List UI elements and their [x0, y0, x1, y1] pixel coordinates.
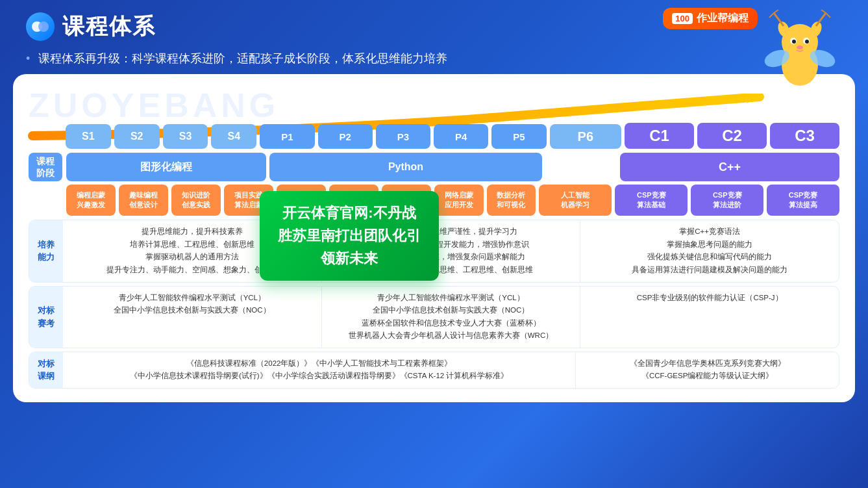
level-s4: S4 [211, 124, 256, 149]
level-c2: C2 [697, 123, 767, 149]
competitions-col-3: CSP非专业级别的软件能力认证（CSP-J） [580, 287, 839, 348]
logo-icon [26, 12, 55, 41]
level-p4: P4 [434, 124, 488, 149]
curriculum-content: 《信息科技课程标准（2022年版）》《中小学人工智能技术与工程素养框架》 《中小… [63, 352, 839, 388]
curriculum-col-2: 《全国青少年信息学奥林匹克系列竞赛大纲》 《CCF-GESP编程能力等级认证大纲… [576, 352, 839, 388]
subtitle-text: 课程体系再升级：科学课程体系进阶，适配孩子成长阶段，体系化思维能力培养 [38, 52, 447, 65]
level-p1: P1 [260, 124, 314, 149]
svg-line-15 [826, 13, 830, 18]
row-label-stage: 课程阶段 [29, 153, 62, 181]
curriculum-col-1: 《信息科技课程标准（2022年版）》《中小学人工智能技术与工程素养框架》 《中小… [63, 352, 576, 388]
svg-line-13 [774, 10, 778, 13]
level-p6: P6 [550, 124, 621, 149]
prog-cpp: C++ [620, 153, 839, 181]
abilities-label: 培养 能力 [29, 220, 63, 281]
level-s3: S3 [163, 124, 208, 149]
level-c3: C3 [770, 123, 839, 149]
main-box: ZUOYEBANG S1 S2 S3 S4 P1 P2 P3 P4 P5 [13, 74, 855, 402]
logo-area: 课程体系 [26, 12, 156, 42]
svg-marker-19 [747, 95, 760, 103]
course-c1: CSP竞赛算法基础 [615, 185, 688, 216]
svg-point-7 [805, 40, 809, 44]
course-s3: 知识进阶创意实践 [171, 185, 221, 216]
level-s1: S1 [66, 124, 111, 149]
brand-name: 作业帮编程 [697, 12, 749, 25]
level-p3: P3 [376, 124, 430, 149]
competitions-col-2: 青少年人工智能软件编程水平测试（YCL） 全国中小学信息技术创新与实践大赛（NO… [322, 287, 581, 348]
course-p4: 网络启蒙应用开发 [434, 185, 484, 216]
subtitle: 课程体系再升级：科学课程体系进阶，适配孩子成长阶段，体系化思维能力培养 [0, 48, 868, 74]
course-p6: 人工智能机器学习 [539, 185, 612, 216]
level-s2: S2 [114, 124, 160, 149]
level-c1: C1 [625, 123, 694, 149]
brand-logo: 100 作业帮编程 [663, 8, 758, 29]
popup-line1: 开云体育官网:不丹战 [278, 201, 421, 224]
course-s2: 趣味编程创意设计 [119, 185, 168, 216]
competitions-label: 对标 赛考 [29, 287, 63, 348]
prog-python: Python [269, 153, 542, 181]
course-c2: CSP竞赛算法进阶 [691, 185, 763, 216]
svg-point-6 [792, 40, 796, 44]
curriculum-label: 对标 课纲 [29, 352, 63, 388]
course-stage-row: 课程阶段 图形化编程 Python C++ [29, 153, 839, 181]
curriculum-section: 对标 课纲 《信息科技课程标准（2022年版）》《中小学人工智能技术与工程素养框… [29, 352, 839, 389]
svg-line-12 [769, 13, 774, 18]
brand-number: 100 [672, 13, 693, 24]
level-p2: P2 [318, 124, 373, 149]
popup-line2: 胜苏里南打出团队化引 [278, 224, 421, 247]
svg-line-16 [821, 10, 826, 13]
popup-line3: 领新未来 [278, 247, 421, 270]
header: 课程体系 100 作业帮编程 [0, 0, 868, 48]
page-title: 课程体系 [62, 12, 156, 42]
competitions-section: 对标 赛考 青少年人工智能软件编程水平测试（YCL） 全国中小学信息技术创新与实… [29, 286, 839, 348]
svg-point-8 [797, 45, 803, 49]
competitions-content: 青少年人工智能软件编程水平测试（YCL） 全国中小学信息技术创新与实践大赛（NO… [63, 287, 839, 348]
popup-overlay: 开云体育官网:不丹战 胜苏里南打出团队化引 领新未来 [260, 191, 439, 281]
competitions-col-1: 青少年人工智能软件编程水平测试（YCL） 全国中小学信息技术创新与实践大赛（NO… [63, 287, 322, 348]
course-p5: 数据分析和可视化 [487, 185, 536, 216]
level-p5: P5 [491, 124, 546, 149]
abilities-col-3: 掌握C++竞赛语法 掌握抽象思考问题的能力 强化提炼关键信息和编写代码的能力 具… [580, 220, 839, 281]
mascot [764, 10, 836, 88]
prog-scratch: 图形化编程 [66, 153, 266, 181]
svg-point-1 [38, 21, 49, 32]
course-c3: CSP竞赛算法提高 [767, 185, 839, 216]
abilities-content: 提升思维能力，提升科技素养 培养计算思维、工程思维、创新思维 掌握驱动机器人的通… [63, 220, 839, 281]
course-s1: 编程启蒙兴趣激发 [66, 185, 116, 216]
watermark: ZUOYEBANG [29, 86, 279, 125]
